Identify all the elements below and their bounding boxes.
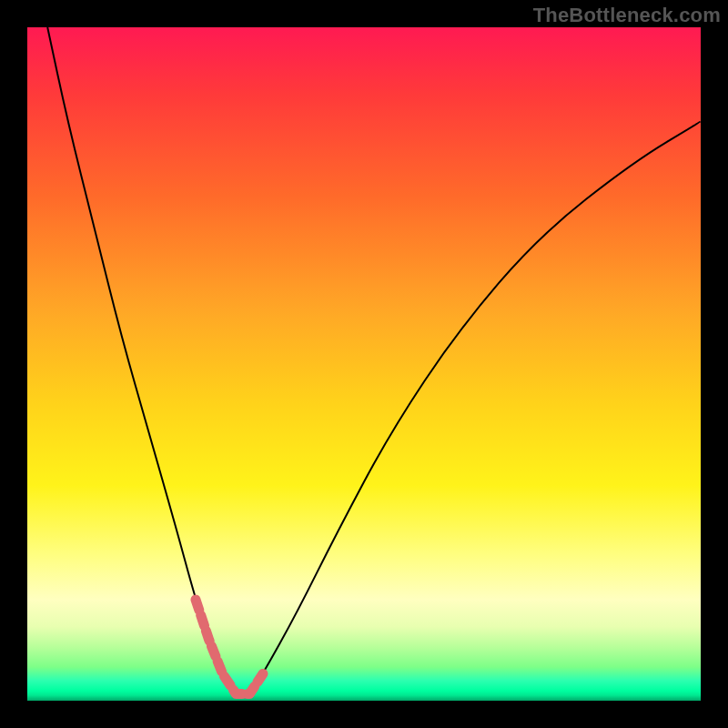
optimal-region-highlight: [196, 600, 263, 694]
watermark-text: TheBottleneck.com: [533, 4, 721, 27]
curve-layer: [27, 27, 701, 701]
chart-container: TheBottleneck.com: [0, 0, 728, 728]
plot-area: [27, 27, 701, 701]
bottleneck-curve: [47, 27, 701, 694]
